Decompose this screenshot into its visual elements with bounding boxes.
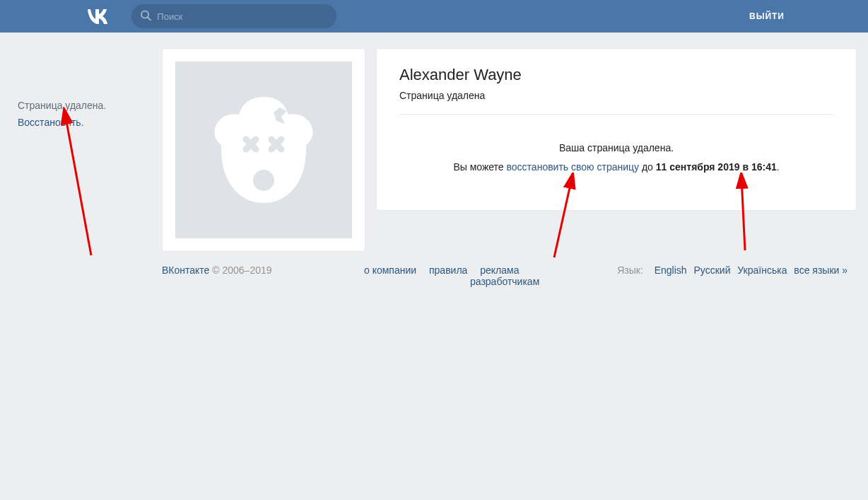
svg-line-3 xyxy=(65,114,91,255)
profile-card: Alexander Wayne Страница удалена Ваша ст… xyxy=(376,48,857,211)
notice-date: 11 сентября 2019 в 16:41 xyxy=(656,161,777,173)
search-input[interactable] xyxy=(131,4,336,28)
notice: Ваша страница удалена. Вы можете восстан… xyxy=(399,139,833,176)
notice-line1: Ваша страница удалена. xyxy=(399,139,833,158)
lang-all[interactable]: все языки » xyxy=(794,264,848,276)
footer-mid: о компании правила реклама разработчикам xyxy=(364,264,617,287)
header-inner: ВЫЙТИ xyxy=(81,0,787,33)
lang-ua[interactable]: Українська xyxy=(737,264,787,276)
svg-point-2 xyxy=(253,170,274,191)
header: ВЫЙТИ xyxy=(0,0,868,33)
footer-brand-link[interactable]: ВКонтакте xyxy=(162,264,209,276)
footer-left: ВКонтакте © 2006–2019 xyxy=(162,264,364,287)
profile-name: Alexander Wayne xyxy=(399,66,833,84)
footer-right: Язык: English Русский Українська все язы… xyxy=(617,264,848,287)
search-wrap xyxy=(131,4,336,28)
logout-link[interactable]: ВЫЙТИ xyxy=(749,11,785,21)
lang-label: Язык: xyxy=(617,264,643,276)
search-icon xyxy=(140,10,151,23)
annotation-arrow-icon xyxy=(52,107,102,262)
vk-logo-icon[interactable] xyxy=(86,7,115,26)
deleted-dog-icon xyxy=(207,90,320,210)
footer-dev-link[interactable]: разработчикам xyxy=(470,276,539,287)
footer: ВКонтакте © 2006–2019 о компании правила… xyxy=(162,252,848,315)
sidebar-status: Страница удалена. xyxy=(18,100,106,111)
lang-en[interactable]: English xyxy=(655,264,687,276)
notice-line2: Вы можете восстановить свою страницу до … xyxy=(399,158,833,177)
footer-rules-link[interactable]: правила xyxy=(429,264,467,276)
content: Alexander Wayne Страница удалена Ваша ст… xyxy=(162,33,862,252)
divider xyxy=(399,114,833,115)
sidebar: Страница удалена. Восстановить. xyxy=(18,100,106,128)
svg-line-1 xyxy=(148,18,151,21)
restore-page-link[interactable]: восстановить свою страницу xyxy=(507,161,640,173)
page: Страница удалена. Восстановить. Alexande… xyxy=(6,33,862,315)
profile-subtitle: Страница удалена xyxy=(399,90,833,101)
photo-card xyxy=(162,48,365,252)
footer-about-link[interactable]: о компании xyxy=(364,264,416,276)
sidebar-restore-link[interactable]: Восстановить. xyxy=(18,117,106,128)
footer-ads-link[interactable]: реклама xyxy=(480,264,519,276)
lang-ru[interactable]: Русский xyxy=(694,264,731,276)
footer-copyright: © 2006–2019 xyxy=(209,264,271,276)
deleted-avatar xyxy=(175,62,352,238)
notice-pre: Вы можете xyxy=(453,161,506,173)
notice-end: . xyxy=(777,161,780,173)
notice-mid: до xyxy=(639,161,656,173)
